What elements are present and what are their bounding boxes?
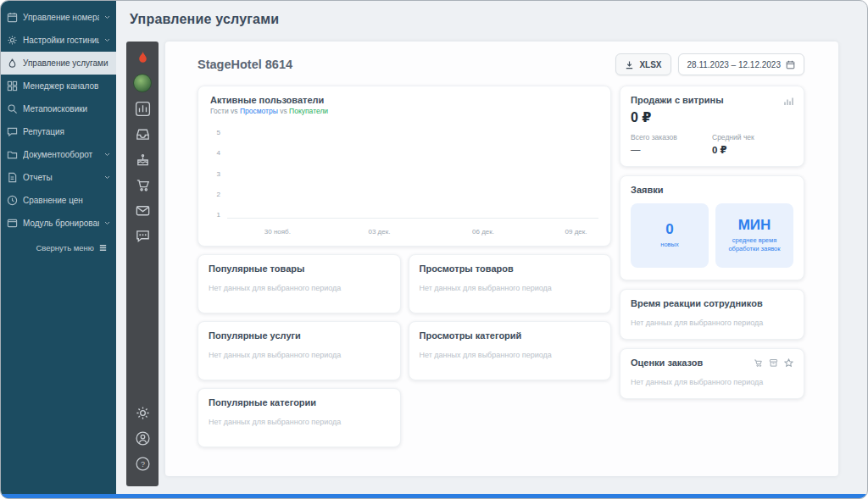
card-title: Популярные товары xyxy=(209,263,390,274)
date-range-picker[interactable]: 28.11.2023 – 12.12.2023 xyxy=(678,53,804,75)
calendar-icon xyxy=(7,12,18,23)
sidebar-item-channel-manager[interactable]: Менеджер каналов xyxy=(1,75,116,97)
card-title: Активные пользователи xyxy=(210,95,598,105)
sidebar-item-reputation[interactable]: Репутация xyxy=(1,120,116,143)
card-title: Просмотры товаров xyxy=(420,263,601,274)
sidebar-item-services[interactable]: Управление услугами xyxy=(1,52,116,75)
empty-state-text: Нет данных для выбранного периода xyxy=(209,351,390,359)
grid-icon xyxy=(7,80,18,91)
cart-icon[interactable] xyxy=(133,175,152,194)
empty-state-text: Нет данных для выбранного периода xyxy=(631,319,793,327)
download-icon xyxy=(625,60,634,69)
y-axis: 5 4 3 2 1 xyxy=(210,129,220,219)
empty-state-text: Нет данных для выбранного периода xyxy=(209,284,390,292)
speech-bubble-icon xyxy=(7,126,18,137)
chevron-down-icon xyxy=(104,221,110,225)
legend-buyers: Покупатели xyxy=(289,107,328,115)
chart-legend: Гости vs Просмотры vs Покупатели xyxy=(210,107,598,115)
popular-products-card: Популярные товары Нет данных для выбранн… xyxy=(198,254,401,313)
sidebar-item-label: Управление услугами xyxy=(23,58,110,68)
sidebar-item-label: Отчеты xyxy=(23,173,99,182)
xlsx-label: XLSX xyxy=(639,60,661,69)
settings-gear-icon[interactable] xyxy=(133,403,152,422)
xlsx-download-button[interactable]: XLSX xyxy=(615,53,670,75)
orders-count-label: Всего заказов xyxy=(631,133,712,141)
window-icon xyxy=(7,218,18,229)
popular-categories-card: Популярные категории Нет данных для выбр… xyxy=(198,388,401,447)
legend-separator: vs xyxy=(231,107,238,115)
new-requests-label: новых xyxy=(660,241,678,249)
empty-state-text: Нет данных для выбранного периода xyxy=(631,378,793,386)
app-window: Управление номерами Настройки гостиницы … xyxy=(0,0,868,499)
chevron-down-icon xyxy=(104,15,110,19)
sidebar-item-label: Менеджер каналов xyxy=(23,81,110,91)
avatar[interactable] xyxy=(133,74,152,92)
card-title: Оценки заказов xyxy=(631,358,703,368)
droplet-icon xyxy=(7,58,18,69)
gear-icon xyxy=(7,35,18,46)
sidebar-item-label: Настройки гостиницы xyxy=(23,36,99,45)
storefront-sales-card: Продажи с витрины 0 ₽ Всего заказов — xyxy=(620,86,804,167)
plot-area xyxy=(227,130,598,219)
card-title: Популярные категории xyxy=(209,397,390,408)
sidebar-item-label: Метапоисковики xyxy=(23,104,110,114)
new-requests-value: 0 xyxy=(665,222,673,238)
line-chart-plot: 5 4 3 2 1 xyxy=(210,129,598,222)
average-check-value: 0 ₽ xyxy=(712,144,793,156)
processing-time-value: МИН xyxy=(738,218,771,234)
card-title: Популярные услуги xyxy=(209,330,390,341)
box-icon[interactable] xyxy=(769,358,778,368)
bar-chart-icon[interactable] xyxy=(133,99,152,118)
cart-icon[interactable] xyxy=(754,358,763,368)
legend-views: Просмотры xyxy=(240,107,278,115)
sidebar-item-rooms[interactable]: Управление номерами xyxy=(1,6,116,29)
chat-icon[interactable] xyxy=(133,226,152,245)
orders-count-value: — xyxy=(631,144,712,154)
sidebar-item-label: Модуль бронирования xyxy=(23,219,99,228)
calendar-icon xyxy=(786,60,795,69)
sidebar-item-documents[interactable]: Документооборот xyxy=(1,143,116,166)
bottom-accent-bar xyxy=(1,494,867,498)
sidebar-item-label: Репутация xyxy=(23,127,110,136)
page-header: Управление услугами xyxy=(116,1,867,38)
card-title: Время реакции сотрудников xyxy=(631,298,793,308)
folder-icon xyxy=(7,149,18,160)
legend-guests: Гости xyxy=(210,107,229,115)
main-sidebar: Управление номерами Настройки гостиницы … xyxy=(1,1,116,498)
requests-card: Заявки 0 новых МИН среднее время обработ… xyxy=(620,175,804,280)
card-title: Заявки xyxy=(631,185,793,195)
card-title: Просмотры категорий xyxy=(420,330,601,341)
dashboard-toolbar: StageHotel 8614 XLSX 28.11.2023 – 12.12.… xyxy=(198,53,804,75)
sidebar-item-label: Сравнение цен xyxy=(23,196,110,205)
mail-icon[interactable] xyxy=(133,201,152,219)
staff-reaction-time-card: Время реакции сотрудников Нет данных для… xyxy=(620,289,804,340)
sidebar-item-metasearch[interactable]: Метапоисковики xyxy=(1,97,116,120)
order-ratings-card: Оценки заказов Нет данных для выбранного… xyxy=(620,348,804,399)
hotel-name: StageHotel 8614 xyxy=(198,58,292,71)
chevron-down-icon xyxy=(104,152,110,157)
user-icon[interactable] xyxy=(133,429,152,447)
sidebar-item-hotel-settings[interactable]: Настройки гостиницы xyxy=(1,29,116,52)
chevron-down-icon xyxy=(104,38,110,42)
sales-total-value: 0 ₽ xyxy=(631,109,793,125)
new-requests-tile: 0 новых xyxy=(631,203,709,268)
cake-icon[interactable] xyxy=(133,150,152,169)
empty-state-text: Нет данных для выбранного периода xyxy=(420,284,601,292)
empty-state-text: Нет данных для выбранного периода xyxy=(420,351,601,359)
menu-lines-icon xyxy=(98,243,108,252)
collapse-menu-button[interactable]: Свернуть меню xyxy=(1,235,116,261)
sidebar-item-label: Документооборот xyxy=(23,150,99,159)
sidebar-item-booking-module[interactable]: Модуль бронирования xyxy=(1,212,116,235)
popular-services-card: Популярные услуги Нет данных для выбранн… xyxy=(198,321,401,380)
sidebar-item-price-comparison[interactable]: Сравнение цен xyxy=(1,189,116,212)
tool-rail: ? xyxy=(126,42,159,486)
clock-icon xyxy=(7,195,18,206)
star-icon[interactable] xyxy=(784,358,793,368)
flame-icon[interactable] xyxy=(133,48,152,67)
category-views-card: Просмотры категорий Нет данных для выбра… xyxy=(409,321,612,380)
help-icon[interactable]: ? xyxy=(133,454,152,473)
processing-time-tile: МИН среднее время обработки заявок xyxy=(715,203,793,268)
inbox-icon[interactable] xyxy=(133,125,152,143)
processing-time-label: среднее время обработки заявок xyxy=(721,236,788,253)
sidebar-item-reports[interactable]: Отчеты xyxy=(1,166,116,189)
